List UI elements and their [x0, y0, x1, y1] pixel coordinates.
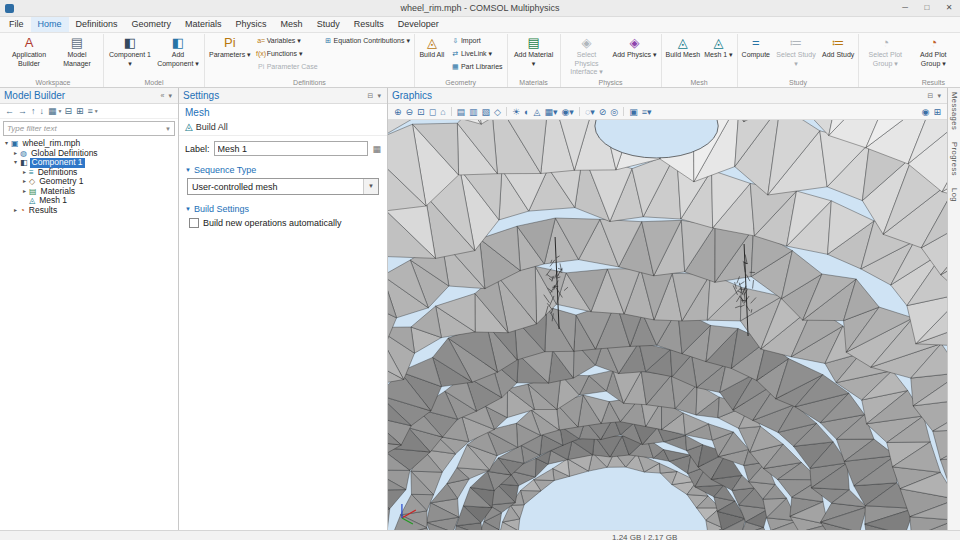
expand-arrow-icon[interactable]: ▸: [11, 206, 20, 216]
ribbon-parameters-button[interactable]: PiParameters ▾: [207, 34, 253, 61]
ribbon-add-component-button[interactable]: ◧Add Component ▾: [154, 34, 202, 69]
deselect-all-icon[interactable]: ⊘: [597, 105, 609, 119]
scene-light-icon[interactable]: ☀: [510, 105, 522, 119]
menu-results[interactable]: Results: [347, 17, 391, 32]
ribbon-select-physics-interface-button[interactable]: ◈Select Physics Interface ▾: [563, 34, 611, 78]
tree-node-geometry-1[interactable]: ▸◇Geometry 1: [0, 177, 178, 187]
collapse-arrow-icon[interactable]: ▾: [11, 158, 20, 168]
image-snapshot-icon[interactable]: ▣: [627, 105, 640, 119]
panel-menu-icon[interactable]: ▾: [166, 92, 174, 100]
menu-home[interactable]: Home: [31, 17, 69, 32]
maximize-button[interactable]: □: [916, 0, 938, 16]
graphics-collapse-icon[interactable]: ⊟: [926, 92, 936, 100]
ribbon-add-material-button[interactable]: ▤Add Material ▾: [510, 34, 558, 69]
expand-all-icon[interactable]: ⊞: [74, 105, 86, 118]
menu-study[interactable]: Study: [310, 17, 347, 32]
expand-arrow-icon[interactable]: ▸: [20, 177, 29, 187]
move-down-icon[interactable]: ↓: [38, 105, 47, 118]
side-tab-messages[interactable]: Messages: [950, 92, 959, 130]
graphics-menu-icon[interactable]: ▾: [935, 92, 943, 100]
select-objects-icon[interactable]: ◌▾: [583, 105, 597, 119]
filter-dropdown-icon[interactable]: ▼: [162, 126, 174, 132]
menu-geometry[interactable]: Geometry: [125, 17, 179, 32]
view-yz-icon[interactable]: ▥: [467, 105, 480, 119]
tree-node-materials[interactable]: ▸▤Materials: [0, 187, 178, 197]
ribbon-select-plot-group-button[interactable]: ◔Select Plot Group ▾: [861, 34, 909, 69]
ribbon-part-libraries-button[interactable]: ▦Part Libraries: [448, 60, 505, 73]
expand-arrow-icon[interactable]: ▸: [20, 168, 29, 178]
move-up-icon[interactable]: ↑: [29, 105, 38, 118]
expand-arrow-icon[interactable]: ▸: [11, 149, 20, 159]
graphics-viewport[interactable]: [388, 120, 947, 530]
sequence-type-section-header[interactable]: ▼ Sequence Type: [179, 162, 387, 177]
ribbon-application-builder-button[interactable]: AApplication Builder: [5, 34, 53, 69]
menu-physics[interactable]: Physics: [229, 17, 274, 32]
zoom-in-icon[interactable]: ⊕: [392, 105, 404, 119]
ribbon-model-manager-button[interactable]: ▤Model Manager: [53, 34, 101, 69]
go-to-default-view-icon[interactable]: ⌂: [438, 105, 447, 119]
view-xy-icon[interactable]: ▤: [455, 105, 468, 119]
tree-node-results[interactable]: ▸◔Results: [0, 206, 178, 216]
build-settings-section-header[interactable]: ▼ Build Settings: [179, 201, 387, 216]
menu-developer[interactable]: Developer: [391, 17, 446, 32]
ribbon-add-physics-button[interactable]: ◈Add Physics ▾: [611, 34, 659, 61]
color-theme-icon[interactable]: ▦▾: [542, 105, 559, 119]
ribbon-add-study-button[interactable]: ≔Add Study: [820, 34, 856, 61]
print-icon[interactable]: ⊞: [931, 105, 943, 119]
ribbon-build-all-button[interactable]: ◬Build All: [417, 34, 447, 61]
collapse-panel-icon[interactable]: «: [159, 92, 167, 99]
ribbon-add-plot-group-button[interactable]: ◔Add Plot Group ▾: [909, 34, 957, 69]
side-tab-strip: MessagesProgressLog: [948, 88, 960, 530]
ribbon-livelink-button[interactable]: ⇄LiveLink ▾: [448, 47, 505, 60]
build-new-operations-checkbox[interactable]: [189, 218, 199, 228]
zoom-box-icon[interactable]: ◻: [427, 105, 438, 119]
ribbon-equation-contributions-button[interactable]: ⊞Equation Contributions ▾: [321, 34, 412, 47]
zoom-selected-icon[interactable]: ◎: [608, 105, 620, 119]
ribbon-parameter-case-button[interactable]: PiParameter Case: [254, 60, 320, 73]
scene-settings-icon[interactable]: ≡▾: [640, 105, 654, 119]
ribbon-component-1-button[interactable]: ◧Component 1 ▾: [106, 34, 154, 69]
side-tab-log[interactable]: Log: [950, 188, 959, 202]
ribbon-select-study-button[interactable]: ≔Select Study ▾: [772, 34, 820, 69]
label-caption: Label:: [185, 144, 210, 154]
zoom-extents-icon[interactable]: ⊡: [415, 105, 427, 119]
tree-node-mesh-1[interactable]: ◬Mesh 1: [0, 196, 178, 206]
build-new-operations-row[interactable]: Build new operations automatically: [179, 216, 387, 230]
back-icon[interactable]: ←: [3, 105, 16, 118]
minimize-button[interactable]: ─: [894, 0, 916, 16]
close-button[interactable]: ✕: [938, 0, 960, 16]
ribbon-functions-button[interactable]: f(x)Functions ▾: [254, 47, 320, 60]
menu-materials[interactable]: Materials: [178, 17, 229, 32]
ribbon-import-button[interactable]: ⇩Import: [448, 34, 505, 47]
environment-icon[interactable]: ◉▾: [560, 105, 576, 119]
expand-arrow-icon[interactable]: ▸: [20, 187, 29, 197]
tree-node-global-definitions[interactable]: ▸◍Global Definitions: [0, 149, 178, 159]
wireframe-rendering-icon[interactable]: ◬: [532, 105, 543, 119]
ribbon-variables-button[interactable]: a=Variables ▾: [254, 34, 320, 47]
ribbon-compute-button[interactable]: =Compute: [740, 34, 772, 61]
filter-input[interactable]: [4, 124, 162, 133]
more-options-icon[interactable]: ▦: [372, 144, 381, 154]
collapse-all-icon[interactable]: ⊟: [62, 105, 74, 118]
menu-file[interactable]: File: [2, 17, 31, 32]
chevron-down-icon: ▼: [185, 167, 191, 173]
ribbon-mesh-1-button[interactable]: ◬Mesh 1 ▾: [702, 34, 734, 61]
forward-icon[interactable]: →: [16, 105, 29, 118]
collapse-arrow-icon[interactable]: ▾: [2, 139, 11, 149]
tree-node-component-1[interactable]: ▾◧Component 1: [0, 158, 178, 168]
transparency-icon[interactable]: ◐: [522, 105, 531, 119]
zoom-out-icon[interactable]: ⊖: [404, 105, 416, 119]
ribbon-build-mesh-button[interactable]: ◬Build Mesh: [664, 34, 703, 61]
orthographic-projection-icon[interactable]: ◇: [492, 105, 503, 119]
menu-mesh[interactable]: Mesh: [274, 17, 310, 32]
settings-menu-icon[interactable]: ▾: [375, 92, 383, 100]
camera-icon[interactable]: ◉: [920, 105, 932, 119]
side-tab-progress[interactable]: Progress: [950, 142, 959, 176]
settings-collapse-icon[interactable]: ⊟: [366, 92, 376, 100]
build-all-button[interactable]: ◬ Build All: [185, 121, 228, 132]
view-zx-icon[interactable]: ▧: [480, 105, 493, 119]
label-input[interactable]: [214, 141, 369, 156]
tree-node-definitions[interactable]: ▸≡Definitions: [0, 168, 178, 178]
menu-definitions[interactable]: Definitions: [69, 17, 125, 32]
sequence-type-dropdown[interactable]: User-controlled mesh ▼: [187, 178, 379, 195]
